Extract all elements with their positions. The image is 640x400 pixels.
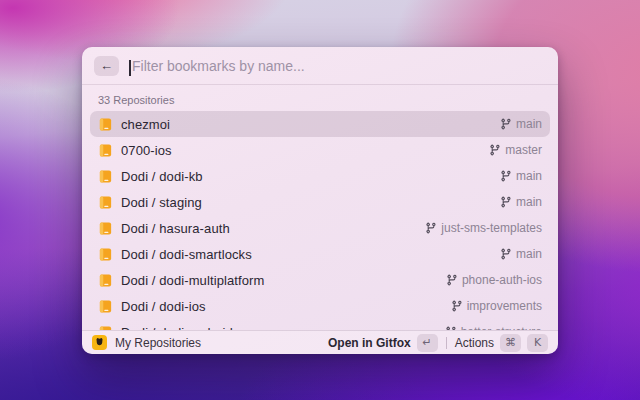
repository-name: 0700-ios <box>121 143 481 158</box>
repository-row[interactable]: Dodi / dodi-kb main <box>90 163 550 189</box>
search-input[interactable] <box>129 58 546 74</box>
repository-book-icon <box>98 299 113 314</box>
git-branch-icon <box>451 300 463 312</box>
git-branch-icon <box>500 170 512 182</box>
branch-info: just-sms-templates <box>425 221 542 235</box>
repository-book-icon <box>98 247 113 262</box>
branch-info: main <box>500 195 542 209</box>
branch-info: main <box>500 117 542 131</box>
branch-name: main <box>516 117 542 131</box>
open-in-gitfox-button[interactable]: Open in Gitfox ↵ <box>328 334 438 352</box>
git-branch-icon <box>446 274 458 286</box>
repository-book-icon <box>98 117 113 132</box>
branch-info: improvements <box>451 299 542 313</box>
actions-label: Actions <box>455 336 494 350</box>
git-branch-icon <box>500 248 512 260</box>
repository-book-icon <box>98 273 113 288</box>
repository-book-icon <box>98 195 113 210</box>
repository-name: Dodi / dodi-kb <box>121 169 492 184</box>
gitfox-logo-icon <box>92 335 107 350</box>
repository-row[interactable]: 0700-ios master <box>90 137 550 163</box>
footer-divider <box>446 337 447 349</box>
repository-name: Dodi / dodi-ios <box>121 299 443 314</box>
search-header: ← <box>82 47 558 85</box>
back-arrow-icon: ← <box>100 58 113 73</box>
repository-name: Dodi / dodi-smartlocks <box>121 247 492 262</box>
branch-name: main <box>516 247 542 261</box>
repository-row[interactable]: Dodi / dodi-multiplatform phone-auth-ios <box>90 267 550 293</box>
branch-name: master <box>505 143 542 157</box>
footer-bar: My Repositories Open in Gitfox ↵ Actions… <box>82 330 558 354</box>
branch-info: master <box>489 143 542 157</box>
repository-row[interactable]: chezmoi main <box>90 111 550 137</box>
branch-info: phone-auth-ios <box>446 273 542 287</box>
repository-row[interactable]: Dodi / dodi-smartlocks main <box>90 241 550 267</box>
actions-button[interactable]: Actions ⌘ K <box>455 334 548 352</box>
search-wrap <box>129 58 546 74</box>
git-branch-icon <box>500 196 512 208</box>
branch-info: main <box>500 247 542 261</box>
repository-name: Dodi / hasura-auth <box>121 221 417 236</box>
section-header: 33 Repositories <box>82 85 558 111</box>
repository-row[interactable]: Dodi / hasura-auth just-sms-templates <box>90 215 550 241</box>
branch-name: main <box>516 169 542 183</box>
git-branch-icon <box>425 222 437 234</box>
repository-name: Dodi / staging <box>121 195 492 210</box>
git-branch-icon <box>500 118 512 130</box>
repository-book-icon <box>98 143 113 158</box>
footer-command-label: My Repositories <box>115 336 201 350</box>
git-branch-icon <box>489 144 501 156</box>
repository-list: chezmoi main 0700-ios master Dodi / do <box>82 111 558 330</box>
footer-actions: Open in Gitfox ↵ Actions ⌘ K <box>328 334 548 352</box>
k-key-icon: K <box>527 334 548 352</box>
return-key-icon: ↵ <box>417 334 438 352</box>
branch-name: main <box>516 195 542 209</box>
open-in-gitfox-label: Open in Gitfox <box>328 336 411 350</box>
branch-name: improvements <box>467 299 542 313</box>
repository-name: Dodi / dodi-multiplatform <box>121 273 438 288</box>
repository-book-icon <box>98 169 113 184</box>
branch-name: just-sms-templates <box>441 221 542 235</box>
back-button[interactable]: ← <box>94 56 119 76</box>
branch-info: main <box>500 169 542 183</box>
command-key-icon: ⌘ <box>500 334 521 352</box>
repository-row[interactable]: Dodi / staging main <box>90 189 550 215</box>
launcher-window: ← 33 Repositories chezmoi main <box>82 47 558 354</box>
repository-row[interactable]: Dodi / dodi-android better-structure <box>90 319 550 330</box>
text-caret <box>129 60 131 76</box>
repository-row[interactable]: Dodi / dodi-ios improvements <box>90 293 550 319</box>
repository-name: chezmoi <box>121 117 492 132</box>
branch-name: phone-auth-ios <box>462 273 542 287</box>
repository-book-icon <box>98 221 113 236</box>
